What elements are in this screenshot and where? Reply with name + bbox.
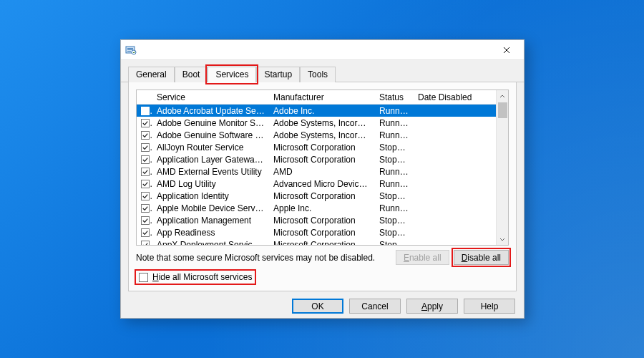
cell-service: Adobe Genuine Monitor Service <box>152 118 269 128</box>
col-status-header[interactable]: Status <box>375 92 414 102</box>
cell-service: AMD External Events Utility <box>152 167 269 177</box>
cell-status: Stopped <box>375 142 414 153</box>
cell-service: Adobe Genuine Software Integri... <box>152 130 269 140</box>
tab-body-services: Service Manufacturer Status Date Disable… <box>128 82 517 291</box>
cell-manufacturer: Adobe Systems, Incorpora... <box>269 130 375 140</box>
col-manufacturer-header[interactable]: Manufacturer <box>269 92 375 102</box>
cell-manufacturer: Adobe Systems, Incorpora... <box>269 118 375 128</box>
services-list: Service Manufacturer Status Date Disable… <box>136 90 509 246</box>
msconfig-icon <box>125 44 137 56</box>
tab-general[interactable]: General <box>128 67 175 82</box>
cell-service: Apple Mobile Device Service <box>152 203 269 213</box>
cell-service: AppX Deployment Service (AppX... <box>152 240 269 246</box>
row-checkbox[interactable] <box>141 131 150 140</box>
tabstrip: General Boot Services Startup Tools <box>121 60 524 82</box>
cell-status: Stopped <box>375 191 414 201</box>
row-checkbox[interactable] <box>141 216 150 225</box>
tab-tools[interactable]: Tools <box>300 67 336 82</box>
cell-status: Running <box>375 179 414 189</box>
close-icon <box>503 47 510 54</box>
table-row[interactable]: AppX Deployment Service (AppX...Microsof… <box>137 238 496 245</box>
cell-status: Stopped <box>375 155 414 165</box>
cell-status: Stopped <box>375 216 414 226</box>
cell-service: Application Layer Gateway Service <box>152 155 269 165</box>
note-text: Note that some secure Microsoft services… <box>136 253 375 263</box>
cell-manufacturer: Apple Inc. <box>269 203 375 213</box>
cell-service: Adobe Acrobat Update Service <box>152 106 269 116</box>
table-row[interactable]: App ReadinessMicrosoft CorporationStoppe… <box>137 226 496 238</box>
cell-manufacturer: Microsoft Corporation <box>269 216 375 226</box>
dialog-buttons: OK Cancel Apply Help <box>121 299 524 321</box>
cell-service: App Readiness <box>152 228 269 238</box>
cell-manufacturer: Microsoft Corporation <box>269 155 375 165</box>
column-headers: Service Manufacturer Status Date Disable… <box>137 90 496 105</box>
ok-button[interactable]: OK <box>292 299 343 314</box>
cell-manufacturer: Microsoft Corporation <box>269 228 375 238</box>
table-row[interactable]: Adobe Genuine Monitor ServiceAdobe Syste… <box>137 117 496 129</box>
msconfig-window: General Boot Services Startup Tools Serv… <box>120 39 525 319</box>
scroll-thumb[interactable] <box>498 102 507 118</box>
cell-manufacturer: AMD <box>269 167 375 177</box>
chevron-up-icon <box>499 94 505 100</box>
row-checkbox[interactable] <box>141 143 150 152</box>
svg-rect-3 <box>127 51 131 52</box>
scroll-up-button[interactable] <box>497 90 509 102</box>
help-button[interactable]: Help <box>464 299 515 314</box>
table-row[interactable]: Apple Mobile Device ServiceApple Inc.Run… <box>137 202 496 214</box>
scroll-down-button[interactable] <box>497 233 509 245</box>
table-row[interactable]: Application IdentityMicrosoft Corporatio… <box>137 190 496 202</box>
cell-manufacturer: Microsoft Corporation <box>269 240 375 246</box>
cell-manufacturer: Advanced Micro Devices, I... <box>269 179 375 189</box>
close-button[interactable] <box>491 40 522 59</box>
scroll-track[interactable] <box>497 102 509 233</box>
row-checkbox[interactable] <box>141 228 150 237</box>
row-checkbox[interactable] <box>141 180 150 188</box>
row-checkbox[interactable] <box>141 241 150 246</box>
disable-all-button[interactable]: Disable all <box>454 250 509 265</box>
cell-manufacturer: Adobe Inc. <box>269 106 375 116</box>
hide-microsoft-services-group: Hide all Microsoft services <box>136 271 255 284</box>
svg-rect-2 <box>127 49 133 50</box>
col-service-header[interactable]: Service <box>152 92 269 102</box>
cancel-button[interactable]: Cancel <box>349 299 401 314</box>
tab-boot[interactable]: Boot <box>175 67 208 82</box>
enable-all-button[interactable]: Enable all <box>396 250 449 265</box>
table-row[interactable]: AllJoyn Router ServiceMicrosoft Corporat… <box>137 141 496 153</box>
cell-status: Stopped <box>375 240 414 246</box>
hide-microsoft-services-label[interactable]: Hide all Microsoft services <box>152 272 252 282</box>
row-checkbox[interactable] <box>141 155 150 164</box>
row-checkbox[interactable] <box>141 204 150 213</box>
row-checkbox[interactable] <box>141 192 150 200</box>
cell-service: AMD Log Utility <box>152 179 269 189</box>
col-date-disabled-header[interactable]: Date Disabled <box>414 92 496 102</box>
cell-status: Running <box>375 106 414 116</box>
apply-button[interactable]: Apply <box>406 299 458 314</box>
row-checkbox[interactable] <box>141 119 150 127</box>
chevron-down-icon <box>499 236 505 242</box>
row-checkbox[interactable] <box>141 168 150 176</box>
scrollbar[interactable] <box>496 90 508 245</box>
table-row[interactable]: Adobe Genuine Software Integri...Adobe S… <box>137 129 496 141</box>
tab-startup[interactable]: Startup <box>256 67 300 82</box>
hide-microsoft-services-checkbox[interactable] <box>139 273 148 282</box>
row-checkbox[interactable] <box>141 107 150 115</box>
table-row[interactable]: AMD External Events UtilityAMDRunning <box>137 165 496 178</box>
tab-services[interactable]: Services <box>208 67 256 82</box>
cell-status: Running <box>375 167 414 177</box>
titlebar <box>121 40 524 60</box>
cell-manufacturer: Microsoft Corporation <box>269 142 375 153</box>
cell-status: Running <box>375 118 414 128</box>
cell-status: Stopped <box>375 228 414 238</box>
cell-service: Application Identity <box>152 191 269 201</box>
table-row[interactable]: AMD Log UtilityAdvanced Micro Devices, I… <box>137 178 496 190</box>
cell-status: Running <box>375 203 414 213</box>
cell-service: AllJoyn Router Service <box>152 142 269 153</box>
cell-service: Application Management <box>152 216 269 226</box>
cell-manufacturer: Microsoft Corporation <box>269 191 375 201</box>
table-row[interactable]: Application Layer Gateway ServiceMicroso… <box>137 153 496 165</box>
cell-status: Running <box>375 130 414 140</box>
svg-rect-1 <box>127 48 133 49</box>
table-row[interactable]: Adobe Acrobat Update ServiceAdobe Inc.Ru… <box>137 105 496 117</box>
svg-point-4 <box>132 50 136 54</box>
table-row[interactable]: Application ManagementMicrosoft Corporat… <box>137 214 496 226</box>
